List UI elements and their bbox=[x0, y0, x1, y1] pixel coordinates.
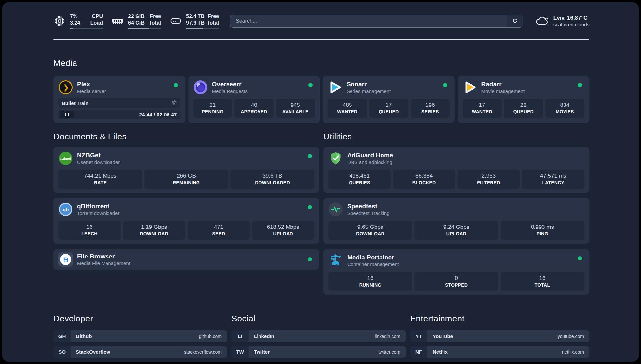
card-overseerr[interactable]: Overseerr Media Requests 21 PENDING 40 A… bbox=[188, 76, 320, 123]
status-dot-portainer bbox=[578, 256, 582, 260]
memory-total-value: 64 GiB bbox=[128, 20, 145, 26]
nzbget-icon: nzbget bbox=[58, 151, 73, 166]
stat-wanted: 485 WANTED bbox=[328, 99, 367, 118]
stat-upload: 618.52 Mbps UPLOAD bbox=[252, 221, 314, 240]
card-radarr[interactable]: Radarr Movie management 17 WANTED 22 QUE… bbox=[458, 76, 590, 123]
qbittorrent-icon: qb bbox=[58, 202, 73, 217]
header-bar: 7% 3.24 CPU Load bbox=[53, 12, 589, 30]
disk-label-top: Free bbox=[208, 13, 219, 20]
radarr-icon bbox=[463, 80, 477, 95]
cpu-chip-icon bbox=[53, 15, 66, 27]
cpu-usage-bar bbox=[70, 28, 103, 29]
status-dot-nzbget bbox=[308, 154, 312, 158]
weather-condition: scattered clouds bbox=[553, 21, 589, 28]
status-dot-sonarr bbox=[443, 83, 447, 87]
pause-button[interactable] bbox=[60, 111, 74, 118]
stat-pending: 21 PENDING bbox=[193, 99, 232, 118]
search-box: G bbox=[230, 15, 523, 28]
card-qbittorrent[interactable]: qb qBittorrent Torrent downloader 16 LEE… bbox=[53, 198, 319, 244]
card-adguard[interactable]: AdGuard Home DNS and adblocking 498,461 … bbox=[323, 147, 589, 193]
search-engine-button[interactable]: G bbox=[507, 15, 523, 27]
sonarr-icon bbox=[328, 80, 342, 95]
cpu-label-top: CPU bbox=[92, 13, 103, 20]
status-dot-overseerr bbox=[308, 83, 313, 87]
header-divider bbox=[53, 39, 589, 40]
playback-time: 24:44 / 02:06:47 bbox=[139, 112, 177, 117]
link-twitter[interactable]: TW Twitter twitter.com bbox=[231, 346, 406, 358]
cloud-icon bbox=[535, 15, 549, 27]
disk-usage-bar bbox=[186, 28, 219, 29]
cpu-percent: 7% bbox=[70, 13, 80, 20]
adguard-shield-icon bbox=[328, 151, 343, 166]
stat-approved: 40 APPROVED bbox=[234, 99, 274, 118]
stat-queued: 17 QUEUED bbox=[369, 99, 409, 118]
ram-icon bbox=[111, 15, 124, 27]
link-youtube[interactable]: YT YouTube youtube.com bbox=[410, 330, 589, 342]
disk-icon bbox=[169, 15, 182, 27]
stat-remaining: 266 GB REMAINING bbox=[144, 170, 228, 189]
stat-wanted: 17 WANTED bbox=[463, 99, 502, 118]
social-links: Social LI LinkedIn linkedin.com TW Twitt… bbox=[231, 314, 406, 362]
status-dot-radarr bbox=[578, 83, 582, 87]
section-title-entertainment: Entertainment bbox=[410, 314, 589, 324]
card-subtitle-plex: Media server bbox=[77, 88, 106, 94]
stat-latency: 47.571 ms LATENCY bbox=[522, 170, 584, 189]
dashboard-app: 7% 3.24 CPU Load bbox=[2, 2, 639, 362]
developer-links: Developer GH Github github.com SO StackO… bbox=[53, 314, 227, 362]
disk-free-value: 52.4 TB bbox=[186, 13, 205, 20]
gear-icon[interactable] bbox=[171, 100, 177, 106]
stat-filtered: 2,953 FILTERED bbox=[458, 170, 520, 189]
plex-icon: ❯ bbox=[58, 80, 73, 95]
card-title-radarr: Radarr bbox=[481, 80, 525, 88]
card-nzbget[interactable]: nzbget NZBGet Usenet downloader 744.21 M… bbox=[53, 147, 319, 193]
card-plex[interactable]: ❯ Plex Media server Bullet Train bbox=[53, 76, 185, 123]
cpu-label-bottom: Load bbox=[90, 20, 103, 26]
stat-download: 1.19 Gbps DOWNLOAD bbox=[123, 221, 185, 240]
search-input[interactable] bbox=[230, 15, 507, 27]
memory-label-bottom: Total bbox=[149, 20, 161, 26]
stat-downloaded: 39.6 TB DOWNLOADED bbox=[230, 170, 314, 189]
utilities-column: Utilities AdGuard Home DNS and adblockin… bbox=[323, 132, 589, 300]
card-portainer[interactable]: Media Portainer Container management 16 … bbox=[323, 249, 589, 295]
memory-label-top: Free bbox=[150, 13, 161, 20]
card-title-plex: Plex bbox=[77, 80, 106, 88]
status-dot-qbittorrent bbox=[308, 205, 312, 209]
stat-queued: 22 QUEUED bbox=[504, 99, 543, 118]
link-netflix[interactable]: NF Netflix netflix.com bbox=[410, 346, 589, 358]
cpu-load-value: 3.24 bbox=[70, 20, 80, 26]
portainer-crane-icon bbox=[328, 253, 343, 268]
card-subtitle-radarr: Movie management bbox=[481, 88, 525, 94]
disk-total-value: 97.9 TB bbox=[186, 20, 205, 26]
card-sonarr[interactable]: Sonarr Series management 485 WANTED 17 Q… bbox=[323, 76, 455, 123]
card-filebrowser[interactable]: File Browser Media File Management bbox=[53, 249, 319, 270]
filebrowser-icon bbox=[58, 252, 73, 267]
stat-blocked: 86,384 BLOCKED bbox=[393, 170, 455, 189]
now-playing-title: Bullet Train bbox=[62, 100, 89, 106]
system-stats: 7% 3.24 CPU Load bbox=[53, 13, 219, 29]
stat-ping: 0.993 ms PING bbox=[501, 221, 584, 240]
card-speedtest[interactable]: Speedtest Speedtest Tracking 9.65 Gbps D… bbox=[323, 198, 589, 244]
stat-movies: 834 MOVIES bbox=[545, 99, 585, 118]
section-title-documents: Documents & Files bbox=[53, 132, 319, 142]
section-title-utilities: Utilities bbox=[323, 132, 589, 142]
stat-queries: 498,461 QUERIES bbox=[328, 170, 391, 189]
link-github[interactable]: GH Github github.com bbox=[53, 330, 227, 342]
stat-seed: 471 SEED bbox=[188, 221, 250, 240]
disk-label-bottom: Total bbox=[207, 20, 219, 26]
section-title-social: Social bbox=[231, 314, 406, 324]
card-subtitle-overseerr: Media Requests bbox=[212, 88, 248, 94]
cpu-stat: 7% 3.24 CPU Load bbox=[53, 13, 103, 29]
section-title-media: Media bbox=[53, 58, 589, 68]
weather-widget[interactable]: Lviv, 16.87°C scattered clouds bbox=[535, 15, 589, 28]
memory-free-value: 22 GiB bbox=[128, 13, 145, 20]
section-title-developer: Developer bbox=[53, 314, 227, 324]
link-linkedin[interactable]: LI LinkedIn linkedin.com bbox=[231, 330, 406, 342]
now-playing-row: Bullet Train bbox=[58, 98, 180, 108]
stat-running: 16 RUNNING bbox=[328, 272, 412, 291]
card-title-sonarr: Sonarr bbox=[347, 80, 391, 88]
stat-download: 9.65 Gbps DOWNLOAD bbox=[328, 221, 412, 240]
status-dot-plex bbox=[174, 83, 178, 87]
link-stackoverflow[interactable]: SO StackOverflow stackoverflow.com bbox=[53, 346, 227, 358]
status-dot-filebrowser bbox=[308, 257, 312, 261]
overseerr-icon bbox=[193, 80, 208, 95]
